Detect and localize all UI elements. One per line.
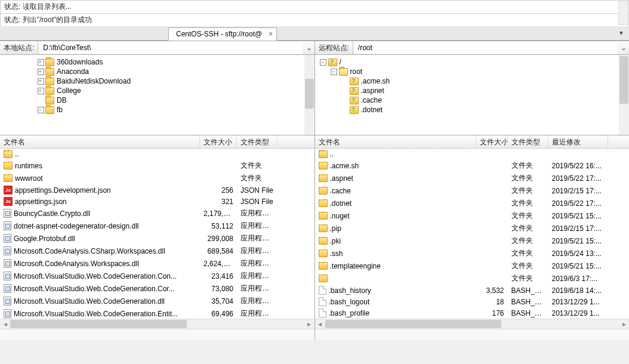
tree-item[interactable]: DB [0, 95, 314, 105]
folder-icon [45, 106, 54, 114]
tree-item[interactable]: .acme.sh [315, 76, 630, 86]
tree-label: root [350, 67, 363, 76]
file-row[interactable]: .bash_history3,532BASH_HIS...2019/6/18 1… [315, 285, 630, 296]
chevron-down-icon[interactable]: ▾ [616, 27, 627, 38]
file-row[interactable]: Jsappsettings.json321JSON File [0, 196, 314, 207]
expand-icon[interactable] [37, 68, 44, 75]
col-name[interactable]: 文件名 [315, 135, 476, 148]
col-type[interactable]: 文件类型 [508, 135, 548, 148]
local-file-list[interactable]: ..runtimes文件夹wwwroot文件夹Jsappsettings.Dev… [0, 149, 314, 319]
file-row[interactable]: .ssh文件夹2019/5/24 13:... [315, 247, 630, 260]
dll-file-icon [4, 209, 11, 218]
chevron-down-icon[interactable]: ⌄ [618, 44, 629, 52]
arrow-right-icon[interactable]: ▸ [619, 319, 629, 329]
arrow-right-icon[interactable]: ▸ [304, 319, 314, 329]
remote-path-input[interactable] [354, 42, 617, 54]
file-row[interactable]: dotnet-aspnet-codegenerator-design.dll53… [0, 220, 314, 232]
status-line: 状态: 读取目录列表... [0, 0, 629, 13]
tree-scrollbar[interactable] [304, 55, 314, 135]
status-line: 状态: 列出"/root"的目录成功 [0, 13, 629, 26]
tree-scrollbar[interactable] [619, 55, 629, 135]
file-type: 文件夹 [508, 161, 548, 171]
tree-item[interactable]: .cache [315, 95, 630, 105]
remote-pane: 远程站点: ⌄ /root.acme.sh.aspnet.cache.dotne… [315, 41, 630, 340]
file-row[interactable]: Microsoft.VisualStudio.Web.CodeGeneratio… [0, 295, 314, 307]
file-name: .dotnet [330, 199, 352, 208]
remote-hscroll[interactable]: ◂ ▸ [315, 319, 630, 329]
file-row[interactable]: Microsoft.VisualStudio.Web.CodeGeneratio… [0, 282, 314, 295]
local-list-header[interactable]: 文件名 文件大小 文件类型 [0, 135, 314, 149]
file-size: 53,112 [200, 222, 237, 230]
json-file-icon: Js [4, 186, 13, 195]
file-name: .. [15, 150, 19, 158]
local-path-input[interactable] [39, 42, 302, 54]
file-modified: 2019/5/22 17:... [548, 199, 608, 208]
file-size: 176 [476, 309, 508, 317]
file-row[interactable]: .bash_profile176BASH_PR...2013/12/29 1..… [315, 307, 630, 319]
col-modified[interactable]: 最近修改 [548, 135, 608, 148]
file-size: 2,624,944 [200, 260, 237, 268]
file-row[interactable]: Microsoft.VisualStudio.Web.CodeGeneratio… [0, 307, 314, 319]
local-hscroll[interactable]: ◂ ▸ [0, 319, 314, 329]
collapse-icon[interactable] [320, 58, 327, 66]
folder-icon [319, 224, 328, 232]
json-file-icon: Js [4, 197, 13, 206]
file-row[interactable]: .templateengine文件夹2019/5/21 15:... [315, 260, 630, 272]
file-row[interactable]: .acme.sh文件夹2019/5/22 16:... [315, 159, 630, 172]
collapse-icon[interactable] [37, 106, 44, 113]
file-row[interactable]: 文件夹2019/6/3 17:... [315, 272, 630, 285]
file-row[interactable]: .cache文件夹2019/2/15 17:... [315, 184, 630, 197]
tree-item[interactable]: BaiduNetdiskDownload [0, 76, 314, 86]
file-row[interactable]: .nuget文件夹2019/5/21 15:... [315, 209, 630, 222]
tree-item[interactable]: .dotnet [315, 105, 630, 115]
file-row[interactable]: runtimes文件夹 [0, 159, 314, 172]
tree-item[interactable]: .aspnet [315, 86, 630, 95]
file-row[interactable]: Microsoft.CodeAnalysis.Workspaces.dll2,6… [0, 257, 314, 270]
file-size: 3,532 [476, 286, 508, 295]
dll-file-icon [4, 259, 11, 268]
col-size[interactable]: 文件大小 [476, 135, 508, 148]
file-row[interactable]: .. [315, 149, 630, 159]
file-name: .pip [330, 224, 341, 233]
file-row[interactable]: Microsoft.VisualStudio.Web.CodeGeneratio… [0, 270, 314, 282]
connection-tabbar: CentOS-SSH - sftp://root@ × ▾ [0, 26, 629, 41]
tree-item[interactable]: Anaconda [0, 67, 314, 76]
folder-icon [319, 187, 328, 195]
expand-icon[interactable] [37, 78, 44, 85]
file-row[interactable]: .aspnet文件夹2019/5/22 17:... [315, 172, 630, 184]
tree-item[interactable]: root [315, 67, 630, 76]
arrow-left-icon[interactable]: ◂ [0, 319, 10, 329]
file-row[interactable]: BouncyCastle.Crypto.dll2,179,584应用程序扩 [0, 207, 314, 220]
status-scrollbar[interactable] [618, 1, 628, 25]
file-type: 文件夹 [508, 211, 548, 221]
tree-item[interactable]: fb [0, 105, 314, 115]
local-tree[interactable]: 360downloadsAnacondaBaiduNetdiskDownload… [0, 55, 314, 135]
collapse-icon[interactable] [331, 68, 338, 75]
remote-list-header[interactable]: 文件名 文件大小 文件类型 最近修改 [315, 135, 630, 149]
col-size[interactable]: 文件大小 [200, 135, 237, 148]
col-type[interactable]: 文件类型 [237, 135, 278, 148]
connection-tab[interactable]: CentOS-SSH - sftp://root@ × [168, 27, 277, 41]
tree-item[interactable]: / [315, 57, 630, 67]
file-row[interactable]: wwwroot文件夹 [0, 172, 314, 184]
expand-icon[interactable] [37, 58, 44, 66]
col-name[interactable]: 文件名 [0, 135, 200, 148]
tree-item[interactable]: 360downloads [0, 57, 314, 67]
close-icon[interactable]: × [269, 29, 273, 38]
file-row[interactable]: .pki文件夹2019/5/21 15:... [315, 235, 630, 247]
remote-tree[interactable]: /root.acme.sh.aspnet.cache.dotnet [315, 55, 630, 135]
tree-item[interactable]: College [0, 86, 314, 95]
arrow-left-icon[interactable]: ◂ [315, 319, 325, 329]
file-row[interactable]: .. [0, 149, 314, 159]
file-row[interactable]: .bash_logout18BASH_LO...2013/12/29 1... [315, 296, 630, 307]
file-row[interactable]: Jsappsettings.Development.json256JSON Fi… [0, 184, 314, 196]
file-type: JSON File [237, 198, 278, 206]
file-row[interactable]: Microsoft.CodeAnalysis.CSharp.Workspaces… [0, 245, 314, 257]
remote-file-list[interactable]: ...acme.sh文件夹2019/5/22 16:....aspnet文件夹2… [315, 149, 630, 319]
file-row[interactable]: .dotnet文件夹2019/5/22 17:... [315, 197, 630, 209]
chevron-down-icon[interactable]: ⌄ [304, 44, 314, 52]
expand-icon[interactable] [37, 87, 44, 94]
tree-label: fb [57, 106, 63, 114]
file-row[interactable]: .pip文件夹2019/2/15 17:... [315, 222, 630, 235]
file-row[interactable]: Google.Protobuf.dll299,008应用程序扩 [0, 232, 314, 245]
